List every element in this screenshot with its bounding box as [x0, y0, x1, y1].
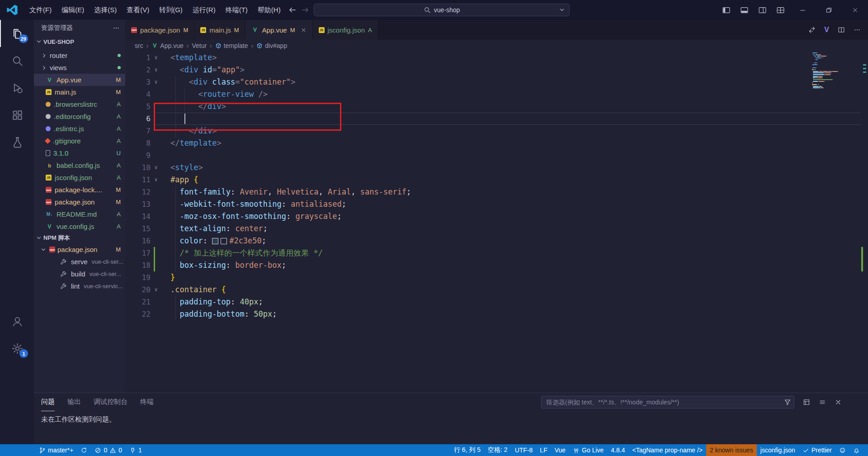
- close-panel-icon[interactable]: [835, 399, 842, 406]
- file-item[interactable]: npmpackage.jsonM: [34, 196, 125, 208]
- code-line[interactable]: 4 <router-view />: [125, 88, 868, 100]
- code-line[interactable]: 15 text-align: center;: [125, 223, 868, 235]
- section-npm-scripts[interactable]: NPM 脚本: [34, 233, 125, 243]
- menu-item[interactable]: 运行(R): [188, 0, 221, 20]
- code-line[interactable]: 12 font-family: Avenir, Helvetica, Arial…: [125, 186, 868, 198]
- minimap[interactable]: [812, 52, 861, 89]
- menu-item[interactable]: 转到(G): [154, 0, 188, 20]
- code-line[interactable]: 13 -webkit-font-smoothing: antialiased;: [125, 198, 868, 210]
- split-editor-icon[interactable]: [838, 26, 845, 33]
- breadcrumb-item[interactable]: VApp.vue: [151, 42, 183, 49]
- color-swatch[interactable]: [221, 238, 227, 244]
- file-item[interactable]: npmpackage-lock....M: [34, 184, 125, 196]
- code-line[interactable]: 10∨<style>: [125, 162, 868, 174]
- breadcrumb-item[interactable]: template: [215, 42, 248, 49]
- status-cursor-position[interactable]: 行 6, 列 5: [450, 444, 484, 456]
- npm-script-item[interactable]: servevue-cli-ser...: [34, 256, 125, 268]
- section-vue-shop[interactable]: VUE-SHOP: [34, 36, 125, 47]
- restore-button[interactable]: [816, 0, 842, 20]
- vetur-icon[interactable]: V: [824, 26, 829, 34]
- file-item[interactable]: M↓README.mdA: [34, 208, 125, 220]
- file-item[interactable]: .eslintrc.jsA: [34, 123, 125, 135]
- status-ports[interactable]: 1: [126, 444, 146, 456]
- file-item[interactable]: 3.1.0U: [34, 147, 125, 159]
- compare-changes-icon[interactable]: [808, 26, 816, 33]
- status-vetur-version[interactable]: 4.8.4: [607, 444, 628, 456]
- panel-tab-输出[interactable]: 输出: [67, 393, 81, 411]
- fold-icon[interactable]: ∨: [151, 174, 161, 186]
- status-feedback[interactable]: [835, 444, 849, 456]
- npm-package-json-item[interactable]: npmpackage.jsonM: [34, 243, 125, 256]
- status-tag-snippet[interactable]: <TagName prop-name />: [628, 444, 706, 456]
- status-branch[interactable]: master*+: [35, 444, 77, 456]
- toggle-secondary-sidebar-icon[interactable]: [753, 0, 771, 20]
- file-item[interactable]: .browserslistrcA: [34, 98, 125, 110]
- open-in-editor-icon[interactable]: [803, 399, 810, 406]
- toggle-panel-icon[interactable]: [735, 0, 753, 20]
- code-line[interactable]: 7 </div>: [125, 125, 868, 137]
- code-line[interactable]: 17 /* 加上这样的一个样式作为通用效果 */: [125, 247, 868, 259]
- code-line[interactable]: 20∨.container {: [125, 284, 868, 296]
- editor-content[interactable]: 1∨<template>2∨ <div id="app">3∨ <div cla…: [125, 52, 868, 393]
- folder-item[interactable]: router: [34, 49, 125, 62]
- code-line[interactable]: 5 </div>: [125, 100, 868, 113]
- customize-layout-icon[interactable]: [771, 0, 789, 20]
- menu-item[interactable]: 终端(T): [221, 0, 253, 20]
- accounts-button[interactable]: [0, 308, 34, 335]
- status-eol[interactable]: LF: [536, 444, 551, 456]
- run-debug-activity-button[interactable]: [0, 74, 34, 101]
- chevron-down-icon[interactable]: [558, 6, 566, 14]
- status-indentation[interactable]: 空格: 2: [484, 444, 511, 456]
- fold-icon[interactable]: ∨: [151, 64, 161, 76]
- minimize-button[interactable]: [789, 0, 816, 20]
- breadcrumb-item[interactable]: Vetur: [192, 42, 207, 49]
- breadcrumb-item[interactable]: src: [135, 42, 143, 49]
- code-line[interactable]: 11∨#app {: [125, 174, 868, 186]
- close-icon[interactable]: [301, 27, 307, 33]
- file-item[interactable]: .editorconfigA: [34, 110, 125, 123]
- npm-script-item[interactable]: lintvue-cli-servic...: [34, 280, 125, 292]
- code-line[interactable]: 22 padding-bottom: 50px;: [125, 308, 868, 320]
- panel-tab-终端[interactable]: 终端: [140, 393, 154, 411]
- code-line[interactable]: 8</template>: [125, 137, 868, 149]
- back-icon[interactable]: [288, 6, 297, 14]
- extensions-activity-button[interactable]: [0, 101, 34, 128]
- code-line[interactable]: 19}: [125, 271, 868, 284]
- menu-item[interactable]: 编辑(E): [57, 0, 89, 20]
- status-problems[interactable]: 00: [91, 444, 126, 456]
- menu-item[interactable]: 帮助(H): [253, 0, 286, 20]
- status-jsconfig[interactable]: jsconfig.json: [757, 444, 799, 456]
- file-item[interactable]: Vvue.config.jsA: [34, 220, 125, 233]
- code-line[interactable]: 1∨<template>: [125, 52, 868, 64]
- tab-App.vue[interactable]: VApp.vueM: [245, 20, 313, 40]
- explorer-activity-button[interactable]: 29: [0, 20, 34, 47]
- status-go-live[interactable]: Go Live: [569, 444, 607, 456]
- breadcrumb-item[interactable]: div#app: [256, 42, 287, 49]
- file-item[interactable]: .gitignoreA: [34, 135, 125, 147]
- file-item[interactable]: JSmain.jsM: [34, 86, 125, 98]
- code-line[interactable]: 6: [125, 113, 868, 125]
- fold-icon[interactable]: ∨: [151, 284, 161, 296]
- npm-script-item[interactable]: buildvue-cli-ser...: [34, 268, 125, 280]
- fold-icon[interactable]: ∨: [151, 162, 161, 174]
- panel-tab-调试控制台[interactable]: 调试控制台: [94, 393, 127, 411]
- code-line[interactable]: 18 box-sizing: border-box;: [125, 259, 868, 271]
- forward-icon[interactable]: [301, 6, 309, 14]
- filter-icon[interactable]: [784, 399, 791, 406]
- fold-icon[interactable]: ∨: [151, 76, 161, 88]
- search-activity-button[interactable]: [0, 47, 34, 74]
- toggle-sidebar-icon[interactable]: [717, 0, 735, 20]
- code-line[interactable]: 9: [125, 149, 868, 162]
- code-line[interactable]: 16 color: #2c3e50;: [125, 235, 868, 247]
- color-swatch[interactable]: [212, 238, 218, 244]
- filter-input[interactable]: [541, 396, 794, 408]
- code-line[interactable]: 2∨ <div id="app">: [125, 64, 868, 76]
- file-item[interactable]: VApp.vueM: [34, 74, 125, 86]
- command-center-search[interactable]: vue-shop: [314, 4, 570, 16]
- settings-button[interactable]: 1: [0, 335, 34, 362]
- more-actions-icon[interactable]: [854, 26, 861, 33]
- code-line[interactable]: 21 padding-top: 40px;: [125, 296, 868, 308]
- status-sync[interactable]: [77, 444, 91, 456]
- status-known-issues[interactable]: 2 known issues: [706, 444, 757, 456]
- menu-item[interactable]: 文件(F): [24, 0, 57, 20]
